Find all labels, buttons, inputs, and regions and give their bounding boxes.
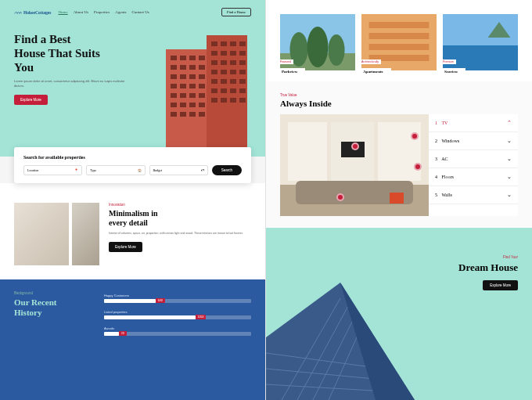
history-section: Background Our RecentHistory Happy Custo…	[0, 279, 265, 400]
svg-rect-47	[221, 79, 227, 84]
hero-building-image	[160, 35, 253, 157]
acc-walls[interactable]: 5 Walls⌄	[429, 186, 518, 204]
svg-rect-73	[378, 122, 421, 181]
svg-rect-9	[199, 65, 205, 70]
type-field[interactable]: Type🏠	[86, 165, 145, 175]
interior-image-2	[72, 203, 99, 265]
svg-rect-29	[199, 112, 205, 117]
hero-explore-button[interactable]: Explore More	[14, 95, 48, 105]
chevron-down-icon: ⌄	[507, 138, 512, 144]
logo[interactable]: HokeeCottages	[14, 10, 51, 15]
svg-rect-49	[239, 79, 246, 84]
svg-rect-65	[369, 33, 430, 39]
chevron-down-icon: ⌄	[507, 192, 512, 198]
svg-rect-52	[230, 88, 236, 93]
svg-rect-66	[369, 44, 430, 50]
svg-rect-11	[180, 74, 186, 79]
nav-contact[interactable]: Contact Us	[131, 10, 149, 14]
nav-home[interactable]: Home	[58, 10, 67, 14]
svg-rect-32	[230, 41, 236, 46]
svg-rect-48	[230, 79, 236, 84]
svg-rect-17	[199, 84, 205, 88]
home-icon: 🏠	[138, 168, 142, 172]
hero-title: Find a Best House That Suits You	[14, 32, 131, 74]
svg-rect-2	[171, 56, 177, 60]
find-house-button[interactable]: Find a House	[221, 8, 251, 16]
svg-rect-21	[199, 93, 205, 98]
svg-rect-23	[180, 103, 186, 107]
dream-eyebrow: Find Your	[458, 255, 518, 259]
svg-rect-50	[211, 88, 217, 93]
gallery-parkview[interactable]: Featured Parkview	[280, 14, 355, 74]
acc-tv[interactable]: 1 TV⌃	[429, 114, 518, 132]
min-title: Minimalism inevery detail	[109, 209, 251, 228]
chevron-down-icon: ⌄	[507, 174, 512, 180]
nav-properties[interactable]: Properties	[94, 10, 110, 14]
gallery-apartments[interactable]: Architecturally Apartments	[361, 14, 437, 74]
svg-rect-69	[443, 45, 518, 70]
search-button[interactable]: Search	[212, 165, 242, 175]
svg-rect-7	[180, 65, 186, 70]
svg-rect-36	[230, 51, 236, 56]
stat-customers: Happy Customers 640	[104, 294, 251, 303]
min-eyebrow: Innovation	[109, 203, 251, 207]
svg-rect-5	[199, 56, 205, 60]
always-eyebrow: True Value	[280, 93, 518, 97]
hist-title: Our RecentHistory	[14, 297, 92, 318]
interior-image-1	[14, 203, 69, 265]
svg-rect-51	[221, 88, 227, 93]
svg-rect-56	[230, 98, 236, 103]
svg-rect-44	[230, 70, 236, 74]
min-explore-button[interactable]: Explore More	[109, 242, 142, 252]
hero-subtitle: Lorem ipsum dolor sit amet, consectetur …	[14, 79, 131, 88]
nav-about[interactable]: About Us	[74, 10, 88, 14]
svg-rect-15	[180, 84, 186, 88]
pin-icon: 📍	[74, 168, 78, 172]
top-nav: HokeeCottages Home About Us Properties A…	[14, 8, 251, 16]
svg-rect-27	[180, 112, 186, 117]
svg-rect-12	[189, 74, 196, 79]
svg-rect-26	[171, 112, 177, 117]
dream-title: Dream House	[458, 261, 518, 274]
dream-explore-button[interactable]: Explore More	[483, 280, 518, 290]
location-field[interactable]: Location📍	[23, 165, 82, 175]
budget-field[interactable]: Budget🏷	[149, 165, 208, 175]
svg-rect-18	[171, 93, 177, 98]
svg-rect-57	[239, 98, 246, 103]
svg-rect-20	[189, 93, 196, 98]
svg-rect-37	[239, 51, 246, 56]
svg-rect-39	[221, 60, 227, 65]
svg-rect-19	[180, 93, 186, 98]
svg-rect-30	[211, 41, 217, 46]
svg-rect-14	[171, 84, 177, 88]
svg-rect-4	[189, 56, 196, 60]
svg-rect-22	[171, 103, 177, 107]
svg-point-61	[307, 27, 329, 67]
acc-windows[interactable]: 2 Windows⌄	[429, 132, 518, 150]
svg-rect-55	[221, 98, 227, 103]
svg-rect-45	[239, 70, 246, 74]
chevron-down-icon: ⌄	[507, 156, 512, 162]
gallery-section: Featured Parkview Architecturally Apartm…	[266, 0, 532, 81]
svg-rect-54	[211, 98, 217, 103]
svg-rect-6	[171, 65, 177, 70]
acc-ac[interactable]: 3 AC⌄	[429, 150, 518, 168]
acc-floors[interactable]: 4 Floors⌄	[429, 168, 518, 186]
dream-house-section: Find Your Dream House Explore More	[266, 228, 532, 400]
svg-rect-25	[199, 103, 205, 107]
svg-rect-33	[239, 41, 246, 46]
svg-rect-28	[189, 112, 196, 117]
svg-rect-41	[239, 60, 246, 65]
always-title: Always Inside	[280, 99, 518, 108]
svg-rect-68	[443, 14, 518, 45]
svg-rect-64	[369, 22, 430, 28]
min-subtitle: Interior of volumes, space, air, proport…	[109, 232, 251, 236]
stat-awards: Awards 20	[104, 326, 251, 336]
always-inside-section: True Value Always Inside 1 TV⌃ 2 Windows…	[266, 81, 532, 228]
svg-rect-53	[239, 88, 246, 93]
gallery-seaview[interactable]: Premium Seaview	[443, 14, 518, 74]
svg-rect-40	[230, 60, 236, 65]
svg-rect-42	[211, 70, 217, 74]
svg-rect-8	[189, 65, 196, 70]
nav-agents[interactable]: Agents	[115, 10, 126, 14]
